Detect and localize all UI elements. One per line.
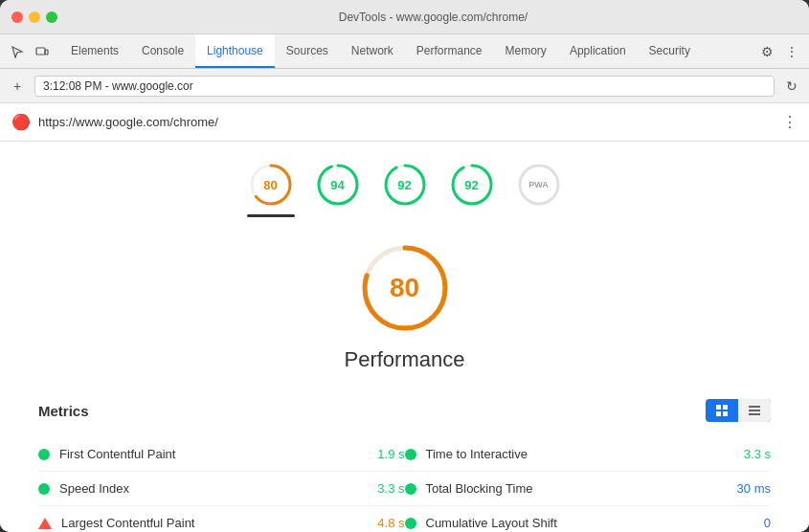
- traffic-lights: [11, 11, 57, 23]
- address-input[interactable]: [34, 76, 775, 97]
- more-icon[interactable]: ⋮: [782, 42, 801, 61]
- tab-elements[interactable]: Elements: [59, 34, 130, 68]
- metric-tti: Time to Interactive 3.3 s: [405, 437, 772, 472]
- metrics-right-col: Time to Interactive 3.3 s Total Blocking…: [405, 437, 772, 532]
- tab-performance[interactable]: Performance: [405, 34, 494, 68]
- score-value-80: 80: [263, 178, 277, 192]
- metrics-label: Metrics: [38, 403, 89, 419]
- score-ring-92a: 92: [381, 161, 429, 209]
- large-score-section: 80 Performance: [38, 240, 771, 372]
- tab-security[interactable]: Security: [638, 34, 702, 68]
- fcp-value: 1.9 s: [377, 447, 404, 461]
- score-circle-performance[interactable]: 80: [247, 161, 295, 217]
- svg-rect-19: [749, 413, 760, 415]
- metric-tbt: Total Blocking Time 30 ms: [405, 472, 772, 506]
- lh-url-bar: 🔴 https://www.google.com/chrome/ ⋮: [0, 103, 809, 142]
- main-content: 80 94: [0, 142, 809, 532]
- list-view-button[interactable]: [738, 399, 771, 422]
- lcp-value: 4.8 s: [377, 516, 404, 530]
- svg-rect-17: [749, 406, 760, 408]
- svg-rect-15: [716, 411, 721, 416]
- cursor-icon[interactable]: [8, 42, 27, 61]
- lcp-name: Largest Contentful Paint: [61, 516, 368, 530]
- responsive-icon[interactable]: [33, 42, 52, 61]
- score-ring-80: 80: [247, 161, 295, 209]
- tti-value: 3.3 s: [744, 447, 771, 461]
- close-button[interactable]: [11, 11, 23, 23]
- score-value-pwa: PWA: [528, 180, 549, 189]
- view-toggle: [706, 399, 771, 422]
- title-bar: DevTools - www.google.com/chrome/: [0, 0, 809, 34]
- cls-name: Cumulative Layout Shift: [426, 516, 754, 530]
- address-bar: + ↻: [0, 69, 809, 103]
- tab-sources[interactable]: Sources: [275, 34, 340, 68]
- tab-application[interactable]: Application: [558, 34, 638, 68]
- tabs-list: Elements Console Lighthouse Sources Netw…: [59, 34, 702, 68]
- score-value-94: 94: [330, 178, 344, 192]
- metrics-section: Metrics: [38, 399, 771, 532]
- svg-rect-0: [36, 48, 45, 55]
- si-value: 3.3 s: [377, 481, 404, 496]
- add-tab-icon[interactable]: +: [8, 77, 27, 96]
- cls-value: 0: [764, 516, 771, 530]
- svg-rect-1: [45, 50, 48, 55]
- minimize-button[interactable]: [29, 11, 40, 23]
- metric-lcp: Largest Contentful Paint 4.8 s: [38, 506, 405, 532]
- cls-dot: [405, 518, 416, 529]
- score-circle-92b[interactable]: 92: [448, 161, 496, 217]
- tbt-dot: [405, 483, 416, 495]
- si-dot: [38, 483, 50, 495]
- score-circle-pwa[interactable]: PWA: [515, 161, 563, 217]
- devtools-tabs-bar: Elements Console Lighthouse Sources Netw…: [0, 34, 809, 69]
- reload-icon[interactable]: ↻: [782, 77, 801, 96]
- active-underline: [247, 214, 295, 217]
- devtools-right-icons: ⚙ ⋮: [750, 34, 809, 68]
- lh-url-text: https://www.google.com/chrome/: [38, 115, 775, 129]
- svg-rect-14: [723, 405, 728, 410]
- fcp-name: First Contentful Paint: [59, 447, 368, 461]
- score-circles-row: 80 94: [38, 161, 771, 217]
- svg-rect-18: [749, 410, 760, 411]
- tbt-name: Total Blocking Time: [426, 481, 728, 496]
- maximize-button[interactable]: [46, 11, 57, 23]
- window-title: DevTools - www.google.com/chrome/: [69, 11, 798, 24]
- svg-rect-13: [716, 405, 721, 410]
- lighthouse-icon: 🔴: [11, 113, 31, 131]
- tti-dot: [405, 449, 416, 460]
- tti-name: Time to Interactive: [426, 447, 734, 461]
- large-score-value: 80: [390, 273, 419, 303]
- metrics-left-col: First Contentful Paint 1.9 s Speed Index…: [38, 437, 405, 532]
- lcp-triangle: [38, 518, 52, 529]
- score-ring-94: 94: [314, 161, 362, 209]
- si-name: Speed Index: [59, 481, 368, 496]
- metrics-header: Metrics: [38, 399, 771, 422]
- metrics-grid: First Contentful Paint 1.9 s Speed Index…: [38, 437, 771, 532]
- score-circle-92a[interactable]: 92: [381, 161, 429, 217]
- tab-lighthouse[interactable]: Lighthouse: [195, 34, 275, 68]
- grid-view-button[interactable]: [706, 399, 738, 422]
- svg-rect-16: [723, 411, 728, 416]
- score-ring-pwa: PWA: [515, 161, 563, 209]
- score-value-92a: 92: [397, 178, 411, 192]
- tab-memory[interactable]: Memory: [494, 34, 558, 68]
- metric-fcp: First Contentful Paint 1.9 s: [38, 437, 405, 472]
- score-circle-94[interactable]: 94: [314, 161, 362, 217]
- large-score-ring: 80: [357, 240, 453, 336]
- metric-cls: Cumulative Layout Shift 0: [405, 506, 772, 532]
- fcp-dot: [38, 449, 50, 460]
- tab-console[interactable]: Console: [130, 34, 195, 68]
- score-value-92b: 92: [464, 178, 478, 192]
- tbt-value: 30 ms: [737, 481, 771, 496]
- settings-icon[interactable]: ⚙: [757, 42, 776, 61]
- section-title: Performance: [345, 347, 465, 372]
- tab-network[interactable]: Network: [340, 34, 405, 68]
- metric-si: Speed Index 3.3 s: [38, 472, 405, 506]
- lh-menu-icon[interactable]: ⋮: [782, 113, 798, 131]
- score-ring-92b: 92: [448, 161, 496, 209]
- devtools-window: DevTools - www.google.com/chrome/ Elemen…: [0, 0, 809, 532]
- devtools-icons: [0, 34, 59, 68]
